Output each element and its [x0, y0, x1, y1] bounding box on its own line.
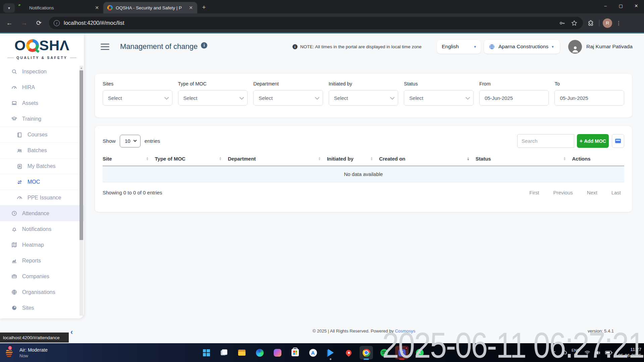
- tab-close-icon[interactable]: ✕: [188, 5, 194, 11]
- forward-button[interactable]: →: [19, 18, 30, 28]
- address-bar[interactable]: i localhost:4200/#/moc/list: [49, 17, 583, 29]
- sidebar-collapse-chevron[interactable]: ‹: [70, 328, 73, 337]
- start-button[interactable]: [200, 346, 213, 359]
- sidebar-item-courses[interactable]: Courses: [0, 127, 84, 142]
- wifi-icon[interactable]: [584, 350, 590, 355]
- sites-select[interactable]: Select: [103, 90, 172, 106]
- pagination-first[interactable]: First: [529, 190, 539, 195]
- reload-button[interactable]: ⟳: [34, 18, 44, 28]
- task-view-icon[interactable]: [217, 346, 231, 359]
- status-select[interactable]: Select: [404, 90, 474, 106]
- main-content: Management of change i i NOTE: All times…: [84, 34, 644, 343]
- column-header-type-of-moc[interactable]: Type of MOC▲▼: [155, 156, 228, 162]
- browser-menu-icon[interactable]: ⋮: [616, 20, 621, 26]
- pagination-previous[interactable]: Previous: [553, 190, 573, 195]
- oqsha-logo[interactable]: OSHΛ QUALITY & SAFETY: [0, 34, 84, 62]
- maximize-button[interactable]: ▢: [613, 0, 629, 11]
- column-header-created-on[interactable]: Created on▲▼: [379, 156, 476, 162]
- language-indicator[interactable]: ENGIN: [572, 348, 580, 358]
- new-tab-button[interactable]: +: [199, 3, 209, 12]
- sidebar-item-inspection[interactable]: Inspection: [0, 64, 84, 79]
- from-date-input[interactable]: 05-Jun-2025: [479, 90, 549, 106]
- title-info-icon[interactable]: i: [201, 42, 207, 49]
- sort-icon[interactable]: ▲▼: [318, 157, 321, 161]
- android-studio-icon[interactable]: A: [306, 346, 320, 359]
- hidden-icons-chevron[interactable]: ⌃: [553, 351, 556, 355]
- file-explorer-icon[interactable]: [235, 346, 249, 359]
- tab-search-button[interactable]: ▾: [3, 3, 15, 13]
- sort-icon[interactable]: ▲▼: [370, 157, 373, 161]
- language-dropdown[interactable]: English ▾: [437, 40, 481, 54]
- taskbar-clock[interactable]: 11:27 05-06-2025: [618, 347, 641, 358]
- sidebar-item-training[interactable]: Training: [0, 111, 84, 127]
- card-view-button[interactable]: [612, 134, 624, 148]
- sidebar-item-sites[interactable]: Sites: [0, 300, 84, 316]
- sidebar-item-companies[interactable]: Companies: [0, 268, 84, 284]
- battery-icon[interactable]: [605, 351, 612, 355]
- close-button[interactable]: ✕: [629, 0, 644, 11]
- sort-icon[interactable]: ▲▼: [146, 157, 149, 161]
- microsoft-store-icon[interactable]: [288, 346, 302, 359]
- onedrive-cloud-icon[interactable]: [560, 350, 567, 355]
- organization-dropdown[interactable]: Aparna Constructions ▾: [484, 40, 560, 54]
- cosmosys-link[interactable]: Cosmosys: [395, 328, 415, 334]
- type-of-moc-select[interactable]: Select: [178, 90, 248, 106]
- tab-oqsha[interactable]: OQSHA - Security and Safety | P ✕: [103, 2, 197, 13]
- sidebar-item-moc[interactable]: MOC: [0, 174, 84, 190]
- weather-widget[interactable]: 1 Air: Moderate Now: [4, 347, 48, 359]
- site-info-icon[interactable]: i: [54, 20, 60, 26]
- sidebar-item-notifications[interactable]: Notifications: [0, 221, 84, 237]
- sidebar-item-organisations[interactable]: Organisations: [0, 284, 84, 300]
- chrome-icon[interactable]: [360, 346, 373, 359]
- page-size-select[interactable]: 10: [120, 135, 141, 147]
- department-select[interactable]: Select: [253, 90, 323, 106]
- minimize-button[interactable]: –: [598, 0, 613, 11]
- entries-label: entries: [145, 138, 160, 144]
- pagination-next[interactable]: Next: [587, 190, 597, 195]
- maps-pin-icon[interactable]: [342, 346, 355, 359]
- column-header-status[interactable]: Status▲▼: [476, 156, 572, 162]
- sidebar-item-ppe-issuance[interactable]: PPE Issuance: [0, 190, 84, 205]
- sidebar-item-batches[interactable]: Batches: [0, 142, 84, 158]
- sidebar-item-reports[interactable]: Reports: [0, 253, 84, 268]
- whatsapp-icon[interactable]: [413, 346, 426, 359]
- sidebar-item-heatmap[interactable]: Heatmap: [0, 237, 84, 253]
- filter-status: Status Select: [404, 81, 474, 106]
- column-header-department[interactable]: Department▲▼: [228, 156, 327, 162]
- add-moc-button[interactable]: +Add MOC: [577, 134, 609, 148]
- tab-close-icon[interactable]: ✕: [94, 5, 100, 11]
- scroll-up-arrow[interactable]: ▲: [79, 66, 83, 70]
- volume-icon[interactable]: [595, 350, 601, 355]
- tab-notifications[interactable]: Notifications ✕: [17, 2, 103, 13]
- column-header-initiated-by[interactable]: Initiated by▲▼: [327, 156, 379, 162]
- sidebar-item-attendance[interactable]: Attendance: [0, 205, 84, 221]
- search-input[interactable]: [517, 134, 574, 148]
- column-header-actions[interactable]: Actions: [572, 156, 624, 162]
- filter-sites: Sites Select: [103, 81, 172, 106]
- password-key-icon[interactable]: [558, 19, 566, 27]
- sidebar-scrollbar-thumb[interactable]: [79, 70, 83, 240]
- browser-profile-avatar[interactable]: R: [603, 18, 612, 28]
- teams-icon[interactable]: T: [395, 346, 409, 359]
- bookmark-star-icon[interactable]: [570, 19, 578, 27]
- url-text[interactable]: localhost:4200/#/moc/list: [64, 20, 554, 26]
- sidebar-item-assets[interactable]: Assets: [0, 95, 84, 111]
- copilot-icon[interactable]: [271, 346, 284, 359]
- extensions-icon[interactable]: [586, 20, 596, 26]
- sidebar-item-hira[interactable]: HIRA: [0, 79, 84, 95]
- edge-icon[interactable]: [253, 346, 266, 359]
- pagination-last[interactable]: Last: [611, 190, 621, 195]
- sort-icon[interactable]: ▲▼: [563, 157, 566, 161]
- initiated-by-select[interactable]: Select: [329, 90, 398, 106]
- column-header-site[interactable]: Site▲▼: [103, 156, 155, 162]
- back-button[interactable]: ←: [4, 18, 15, 28]
- sort-icon[interactable]: ▲▼: [219, 157, 222, 161]
- user-menu[interactable]: Raj Kumar Pativada: [568, 40, 633, 54]
- sidebar-item-my-batches[interactable]: My Batches: [0, 158, 84, 174]
- hamburger-menu-icon[interactable]: [101, 44, 109, 50]
- sort-icon[interactable]: ▲▼: [467, 157, 469, 161]
- spotify-icon[interactable]: [377, 346, 391, 359]
- to-date-input[interactable]: 05-Jun-2025: [554, 90, 624, 106]
- media-player-icon[interactable]: [324, 346, 337, 359]
- user-name: Raj Kumar Pativada: [586, 44, 633, 50]
